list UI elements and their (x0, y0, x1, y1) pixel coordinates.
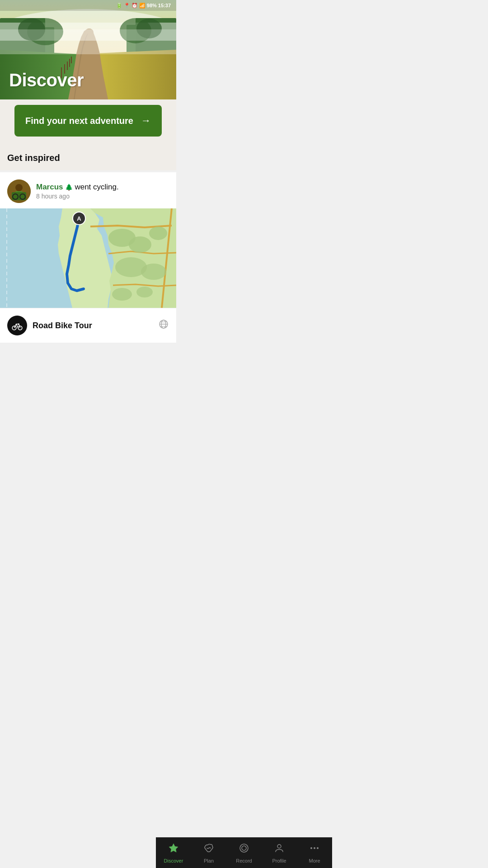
globe-icon[interactable] (158, 319, 169, 332)
wifi-icon: 📶 (139, 3, 145, 9)
svg-rect-17 (0, 29, 176, 41)
route-info[interactable]: Road Bike Tour (0, 308, 176, 343)
get-inspired-section: Get inspired (0, 144, 176, 170)
svg-point-19 (15, 184, 23, 191)
hero-section: Discover (0, 0, 176, 99)
svg-point-28 (141, 264, 166, 280)
cta-arrow-icon: → (141, 115, 151, 127)
location-icon: 📍 (124, 3, 130, 9)
activity-description: Marcus 🌲 went cycling. (36, 183, 119, 192)
svg-point-36 (18, 323, 19, 325)
section-title: Get inspired (7, 153, 169, 163)
svg-point-26 (149, 226, 167, 240)
time-display: 15:37 (158, 3, 171, 8)
activity-action: went cycling. (75, 183, 118, 191)
notification-icon: 🔋 (116, 3, 122, 9)
activity-info: Marcus 🌲 went cycling. 8 hours ago (36, 183, 119, 200)
route-name: Road Bike Tour (33, 321, 153, 330)
activity-time: 8 hours ago (36, 193, 119, 200)
battery-percent: 98% (147, 3, 157, 8)
hero-title: Discover (9, 70, 84, 90)
route-map[interactable]: A (0, 208, 176, 308)
status-icons: 🔋 📍 ⏰ 📶 98% 15:37 (116, 3, 171, 9)
svg-point-25 (129, 236, 151, 253)
svg-point-30 (136, 287, 153, 297)
tree-icon: 🌲 (65, 184, 73, 191)
activity-header: Marcus 🌲 went cycling. 8 hours ago (0, 172, 176, 208)
svg-point-29 (112, 288, 132, 301)
avatar[interactable] (7, 179, 31, 203)
activity-card[interactable]: Marcus 🌲 went cycling. 8 hours ago (0, 172, 176, 343)
cta-label: Find your next adventure (25, 116, 133, 126)
find-adventure-button[interactable]: Find your next adventure → (14, 105, 162, 137)
activity-username[interactable]: Marcus (36, 183, 63, 191)
alarm-icon: ⏰ (131, 3, 138, 9)
cycling-icon (7, 316, 27, 335)
svg-text:A: A (77, 215, 81, 222)
status-bar: 🔋 📍 ⏰ 📶 98% 15:37 (0, 0, 176, 11)
